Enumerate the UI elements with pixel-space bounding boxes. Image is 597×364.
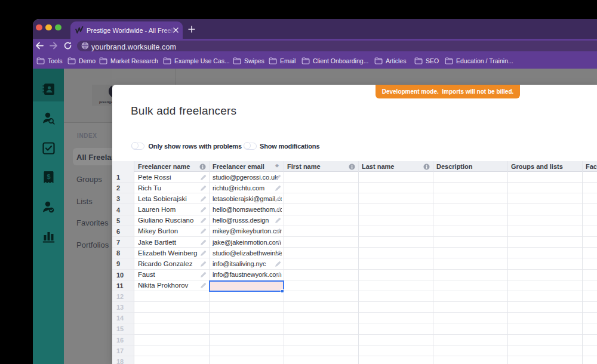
svg-text:$: $ bbox=[47, 173, 50, 180]
